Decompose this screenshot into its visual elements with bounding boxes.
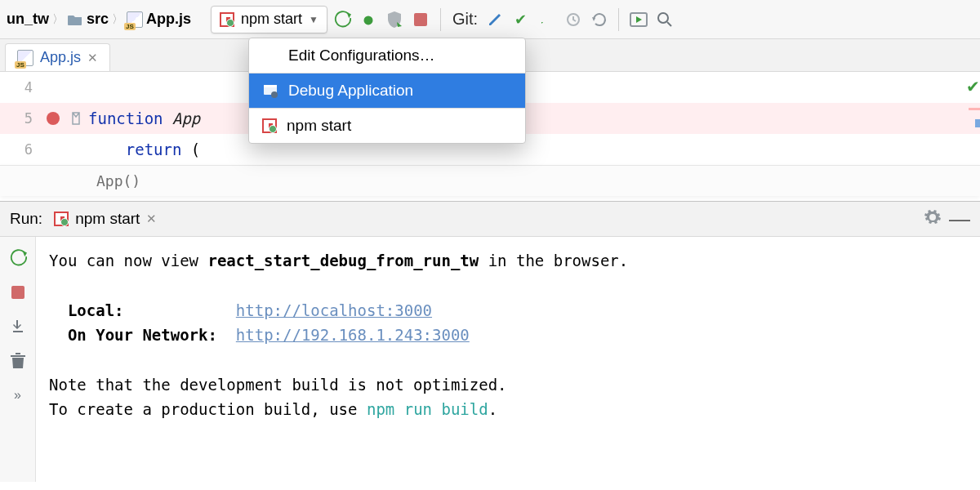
breakpoint-gutter[interactable] (36, 112, 70, 125)
menu-item-npm-start[interactable]: npm start (249, 109, 525, 143)
svg-point-6 (271, 91, 278, 98)
js-file-icon: JS (17, 50, 33, 66)
line-number: 6 (0, 141, 36, 158)
console-text: You can now view (49, 252, 207, 270)
git-update-button[interactable] (483, 8, 506, 31)
editor-error-strip[interactable]: ✔ (965, 72, 980, 201)
run-toolwindow-sidebar: » (0, 237, 36, 482)
run-config-dropdown: Edit Configurations… Debug Application n… (248, 38, 526, 144)
svg-point-0 (363, 16, 372, 24)
toolbar-separator (440, 8, 441, 31)
inspection-ok-icon[interactable]: ✔ (966, 77, 980, 96)
console-output[interactable]: You can now view react_start_debug_from_… (36, 237, 980, 482)
chevron-down-icon: ▼ (309, 14, 318, 25)
toolwindow-hide-button[interactable]: — (949, 207, 970, 232)
close-icon[interactable]: ✕ (87, 51, 98, 65)
delete-button[interactable] (7, 350, 29, 372)
browser-debug-icon (262, 82, 278, 99)
fold-gutter[interactable] (70, 112, 88, 125)
npm-icon (262, 118, 277, 133)
menu-item-debug-application[interactable]: Debug Application (249, 74, 525, 109)
code-line[interactable]: function App (88, 109, 200, 127)
console-local-label: Local: (68, 301, 124, 319)
breadcrumb: un_tw 〉 src 〉 JS App.js (5, 11, 193, 28)
git-push-button[interactable] (535, 8, 558, 31)
rerun-button[interactable] (7, 247, 29, 270)
identifier: App (172, 109, 200, 127)
info-marker[interactable] (975, 119, 980, 127)
line-number: 4 (0, 79, 36, 96)
menu-item-edit-configurations[interactable]: Edit Configurations… (249, 38, 525, 74)
editor-tab-label: App.js (40, 49, 81, 66)
toolwindow-tab-npm-start[interactable]: npm start ✕ (54, 210, 157, 228)
npm-icon (54, 212, 69, 226)
breadcrumb-project[interactable]: un_tw (5, 11, 51, 28)
close-icon[interactable]: ✕ (146, 212, 157, 226)
debug-button[interactable] (357, 8, 380, 31)
chevron-right-icon: 〉 (112, 12, 123, 27)
download-button[interactable] (7, 315, 29, 338)
console-command: npm run build (367, 400, 488, 418)
toolwindow-settings-button[interactable] (924, 209, 941, 229)
run-toolwindow-body: » You can now view react_start_debug_fro… (0, 237, 980, 482)
console-text: . (488, 400, 497, 418)
console-project-name: react_start_debug_from_run_tw (207, 252, 479, 270)
editor-tab-app-js[interactable]: JS App.js ✕ (5, 43, 110, 71)
npm-icon (220, 12, 234, 27)
console-network-link[interactable]: http://192.168.1.243:3000 (236, 326, 470, 344)
run-button[interactable] (331, 8, 354, 31)
breadcrumb-src-label: src (87, 11, 109, 28)
console-text: in the browser. (479, 252, 628, 270)
svg-point-3 (658, 13, 668, 23)
breadcrumb-file[interactable]: JS App.js (125, 11, 193, 28)
svg-rect-5 (264, 85, 277, 87)
run-anything-button[interactable] (627, 8, 650, 31)
git-history-button[interactable] (561, 8, 584, 31)
code-line[interactable]: return ( (88, 140, 200, 158)
breadcrumb-file-label: App.js (146, 11, 191, 28)
console-text: To create a production build, use (49, 400, 367, 418)
toolbar-separator (618, 8, 619, 31)
git-commit-button[interactable]: ✔ (509, 8, 532, 31)
keyword: return (126, 140, 182, 158)
main-toolbar: un_tw 〉 src 〉 JS App.js npm start ▼ Git:… (0, 0, 980, 39)
console-note: Note that the development build is not o… (49, 376, 507, 394)
error-marker[interactable] (969, 108, 980, 110)
more-button[interactable]: » (7, 384, 29, 407)
search-everywhere-button[interactable] (653, 8, 676, 31)
code-text: ( (191, 140, 200, 158)
stop-run-button[interactable] (7, 281, 29, 304)
breadcrumb-project-label: un_tw (7, 11, 49, 28)
menu-item-label: npm start (287, 117, 351, 135)
line-number: 5 (0, 110, 36, 127)
sticky-scope-header[interactable]: App() (0, 165, 980, 196)
stop-button[interactable] (409, 8, 432, 31)
git-revert-button[interactable] (587, 8, 610, 31)
coverage-button[interactable] (383, 8, 406, 31)
run-toolwindow-header: Run: npm start ✕ — (0, 201, 980, 237)
breakpoint-icon[interactable] (47, 112, 60, 125)
console-local-link[interactable]: http://localhost:3000 (236, 301, 432, 319)
keyword: function (88, 109, 163, 127)
menu-item-label: Debug Application (288, 82, 413, 100)
run-config-selector[interactable]: npm start ▼ (211, 6, 327, 33)
menu-item-label: Edit Configurations… (262, 47, 435, 65)
chevron-right-icon: 〉 (52, 12, 64, 27)
git-label: Git: (449, 10, 479, 29)
breadcrumb-src[interactable]: src (65, 11, 110, 28)
toolwindow-title: Run: (10, 210, 42, 228)
toolwindow-tab-label: npm start (75, 210, 140, 228)
run-config-selected-label: npm start (241, 11, 302, 28)
js-file-icon: JS (127, 11, 143, 28)
sticky-scope-label: App() (96, 172, 140, 189)
console-network-label: On Your Network: (68, 326, 217, 344)
folder-icon (67, 13, 83, 26)
